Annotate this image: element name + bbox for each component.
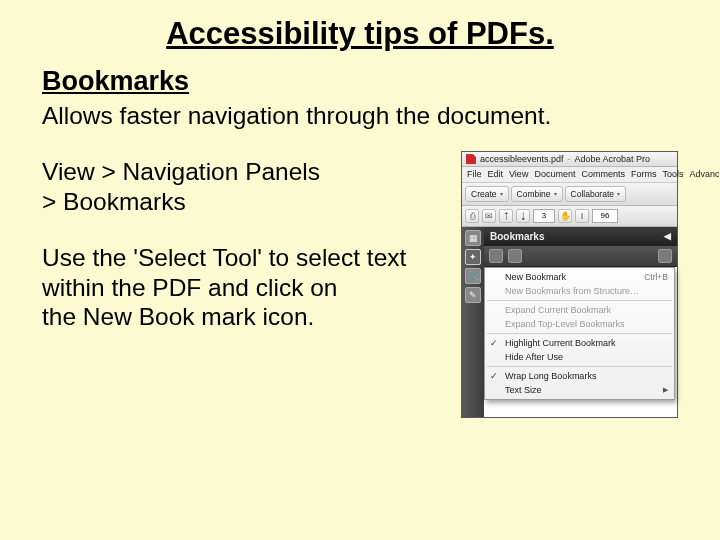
select-tool-icon[interactable]: I [575,209,589,223]
navigation-strip: ▦ ✦ 📎 ✎ [462,227,484,417]
menu-forms[interactable]: Forms [631,169,657,179]
panel-collapse-icon[interactable]: ◀ [664,231,671,241]
new-bookmark-icon[interactable] [489,249,503,263]
slide-subheading: Bookmarks [42,66,678,97]
acrobat-menubar: File Edit View Document Comments Forms T… [462,167,677,183]
panel-options-icon[interactable] [658,249,672,263]
pages-panel-icon[interactable]: ▦ [465,230,481,246]
attachments-panel-icon[interactable]: 📎 [465,268,481,284]
menu-document[interactable]: Document [534,169,575,179]
chevron-down-icon: ▾ [617,190,620,197]
check-icon: ✓ [490,338,498,348]
hand-tool-icon[interactable]: ✋ [558,209,572,223]
bookmarks-panel-icon[interactable]: ✦ [465,249,481,265]
menu-edit[interactable]: Edit [488,169,504,179]
combine-button[interactable]: Combine▾ [511,186,563,202]
acrobat-toolbar: Create▾ Combine▾ Collaborate▾ [462,183,677,206]
acrobat-appname: Adobe Acrobat Pro [575,154,651,164]
menu-separator [487,366,672,367]
bookmark-options-menu: New Bookmark Ctrl+B New Bookmarks from S… [484,267,675,400]
menu-text-size[interactable]: Text Size ▶ [485,383,674,397]
acrobat-titlebar: accessibleevents.pdf - Adobe Acrobat Pro [462,152,677,167]
shortcut-label: Ctrl+B [634,272,668,282]
slide-title: Accessibility tips of PDFs. [42,16,678,52]
chevron-down-icon: ▾ [554,190,557,197]
menu-view[interactable]: View [509,169,528,179]
menu-tools[interactable]: Tools [662,169,683,179]
menu-wrap-long-bookmarks[interactable]: ✓ Wrap Long Bookmarks [485,369,674,383]
instruction-text: Use the 'Select Tool' to select text wit… [42,243,455,333]
menu-file[interactable]: File [467,169,482,179]
menu-separator [487,333,672,334]
menu-expand-current[interactable]: Expand Current Bookmark [485,303,674,317]
menu-hide-after-use[interactable]: Hide After Use [485,350,674,364]
acrobat-window: accessibleevents.pdf - Adobe Acrobat Pro… [461,151,678,418]
panel-title: Bookmarks [490,231,544,242]
create-button[interactable]: Create▾ [465,186,509,202]
acrobat-filename: accessibleevents.pdf [480,154,564,164]
page-number-input[interactable] [533,209,555,223]
intro-text: Allows faster navigation through the doc… [42,101,678,131]
page-down-icon[interactable]: ⭣ [516,209,530,223]
collaborate-button[interactable]: Collaborate▾ [565,186,626,202]
mail-icon[interactable]: ✉ [482,209,496,223]
page-up-icon[interactable]: ⭡ [499,209,513,223]
menu-separator [487,300,672,301]
menu-expand-top-level[interactable]: Expand Top-Level Bookmarks [485,317,674,331]
acrobat-toolbar-2: ⎙ ✉ ⭡ ⭣ ✋ I [462,206,677,227]
chevron-down-icon: ▾ [500,190,503,197]
menu-highlight-current[interactable]: ✓ Highlight Current Bookmark [485,336,674,350]
menu-bookmarks-from-structure[interactable]: New Bookmarks from Structure… [485,284,674,298]
panel-toolbar [484,246,677,267]
pdf-file-icon [466,154,476,164]
zoom-input[interactable] [592,209,618,223]
print-icon[interactable]: ⎙ [465,209,479,223]
signatures-panel-icon[interactable]: ✎ [465,287,481,303]
menu-advanced[interactable]: Advanc [689,169,719,179]
check-icon: ✓ [490,371,498,381]
delete-bookmark-icon[interactable] [508,249,522,263]
submenu-caret-icon: ▶ [663,386,668,394]
titlebar-separator: - [568,154,571,164]
menu-comments[interactable]: Comments [581,169,625,179]
panel-header: Bookmarks ◀ [484,227,677,246]
menu-new-bookmark[interactable]: New Bookmark Ctrl+B [485,270,674,284]
navigation-path: View > Navigation Panels > Bookmarks [42,157,455,217]
